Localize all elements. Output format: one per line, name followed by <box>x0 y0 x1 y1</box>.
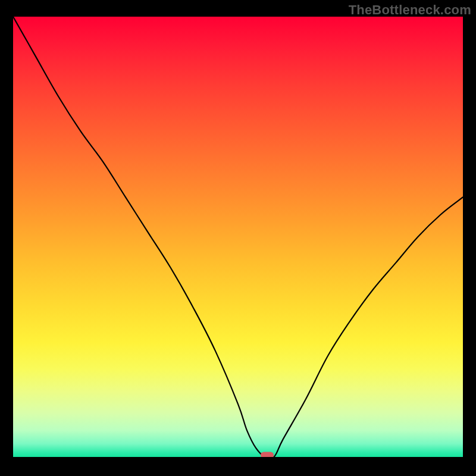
chart-stage: TheBottleneck.com <box>0 0 476 476</box>
watermark-text: TheBottleneck.com <box>349 2 471 18</box>
bottleneck-curve <box>13 17 463 457</box>
plot-area <box>13 17 463 457</box>
sweet-spot-marker <box>261 452 274 458</box>
